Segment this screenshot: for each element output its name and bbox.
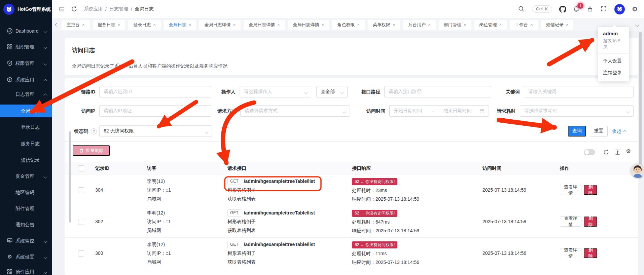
row-checkbox[interactable]	[78, 187, 84, 193]
lock-icon[interactable]	[587, 6, 594, 12]
close-icon[interactable]: ×	[530, 22, 533, 27]
close-icon[interactable]: ×	[153, 22, 156, 27]
fullscreen-icon[interactable]	[601, 6, 607, 12]
sidebar-item-attachments[interactable]: 附件管理	[0, 202, 52, 215]
user-dropdown-menu: admin 超级管理员 个人设置 注销登录	[598, 27, 629, 81]
tab-console[interactable]: 主控台×	[62, 20, 90, 30]
close-icon[interactable]: ×	[189, 22, 191, 27]
tab-admin-users[interactable]: 后台用户×	[403, 20, 436, 30]
tab-post-management[interactable]: 岗位管理×	[474, 20, 507, 30]
breadcrumb-item[interactable]: 系统应用	[84, 6, 103, 12]
menu-item-logout[interactable]: 注销登录	[598, 67, 629, 79]
sidebar-item-system-monitor[interactable]: 系统监控	[0, 234, 52, 247]
reset-button[interactable]: 重置	[590, 126, 608, 136]
reload-icon[interactable]	[71, 6, 78, 12]
method-select[interactable]: 请选择请求方式	[240, 105, 350, 117]
sidebar-item-log-management[interactable]: 日志管理	[0, 87, 52, 101]
tab-global-log-detail-2[interactable]: 全局日志详情×	[244, 20, 285, 30]
assistant-avatar[interactable]	[631, 164, 644, 178]
visit-time-range-picker[interactable]: 开始日期时间 → 结束日期时间	[389, 105, 489, 117]
response-cell: 62 → 你没有访问权限! 处理耗时：11ms响应时间：2025-07-13 1…	[352, 240, 419, 267]
user-avatar[interactable]	[614, 4, 625, 14]
duration-select[interactable]: 请选择请求耗时	[520, 105, 634, 117]
sidebar-item-notices[interactable]: 通知公告	[0, 218, 52, 231]
close-icon[interactable]: ×	[464, 22, 466, 27]
visitor-cell: 李明(12)访问IP：::1局域网	[147, 208, 171, 235]
trace-id-label: 链路ID	[67, 86, 95, 97]
close-icon[interactable]: ×	[357, 22, 360, 27]
query-button[interactable]: 查询	[568, 126, 586, 136]
tab-global-log[interactable]: 全局日志×	[164, 20, 196, 30]
app-logo[interactable]: HotGo管理系统	[0, 0, 52, 18]
visit-ip-input[interactable]: 请输入IP地址	[99, 105, 211, 117]
delete-button[interactable]: 删除	[584, 185, 597, 195]
sidebar-item-global-log[interactable]: 全局日志	[0, 105, 52, 117]
view-detail-button[interactable]: 查看详情	[560, 217, 581, 227]
close-icon[interactable]: ×	[322, 22, 324, 27]
row-checkbox[interactable]	[78, 250, 84, 257]
view-detail-button[interactable]: 查看详情	[560, 185, 581, 195]
tab-menu-permissions[interactable]: 菜单权限×	[368, 20, 400, 30]
left-scrollbar-thumb[interactable]	[69, 131, 71, 223]
sidebar-item-fund-management[interactable]: 资金管理	[0, 169, 52, 183]
help-icon[interactable]: ?	[91, 128, 97, 134]
sidebar-item-dashboard[interactable]: Dashboard	[0, 24, 52, 38]
page-description: 全局访问日志记录了系统中后台人员和客户端的操作记录以及服务响应情况	[72, 63, 227, 69]
tab-department-management[interactable]: 部门管理×	[439, 20, 471, 30]
tabs-dropdown-icon[interactable]	[635, 23, 639, 27]
tab-global-log-detail-3[interactable]: 全局日志详情×	[288, 20, 329, 30]
right-scrollbar-thumb[interactable]	[639, 32, 642, 179]
close-icon[interactable]: ×	[233, 22, 236, 27]
status-code-select[interactable]: 62 无访问权限	[99, 125, 212, 137]
view-detail-button[interactable]: 查看详情	[560, 248, 581, 258]
close-icon[interactable]: ×	[82, 22, 85, 27]
notifications-button[interactable]: 1	[573, 6, 580, 12]
striped-toggle[interactable]	[584, 149, 595, 155]
search-icon[interactable]	[518, 6, 525, 12]
keyword-input[interactable]: 请输入关键词	[524, 86, 634, 97]
close-icon[interactable]: ×	[428, 22, 431, 27]
select-all-checkbox[interactable]	[78, 165, 84, 171]
tab-sms-records[interactable]: 短信记录×	[541, 20, 574, 30]
sidebar-item-system-apps[interactable]: 系统应用	[0, 73, 52, 86]
github-icon[interactable]	[559, 6, 566, 12]
refresh-icon[interactable]	[603, 149, 609, 155]
tab-role-permissions[interactable]: 角色权限×	[332, 20, 365, 30]
sidebar-item-sms-records[interactable]: 短信记录	[0, 153, 52, 167]
api-path-input[interactable]: 请输入接口路径	[384, 86, 491, 97]
batch-delete-button[interactable]: 批量删除	[73, 145, 110, 156]
sidebar-item-system-settings[interactable]: ⚙ 系统设置	[0, 250, 52, 264]
delete-button[interactable]: 删除	[584, 248, 597, 258]
collapse-link[interactable]: 收起	[612, 126, 626, 136]
tab-login-log[interactable]: 登录日志×	[128, 20, 161, 30]
settings-gear-icon[interactable]: ⚙	[632, 6, 638, 12]
operator-scope-select[interactable]: 查全部	[316, 86, 348, 97]
close-icon[interactable]: ×	[499, 22, 502, 27]
tabs-scroll-left-icon[interactable]	[55, 23, 59, 27]
sidebar-item-organization[interactable]: 组织管理	[0, 40, 52, 53]
chevron-down-icon	[43, 255, 47, 259]
sidebar-item-permissions[interactable]: 权限管理	[0, 56, 52, 70]
shortcut-hint[interactable]: Ctrl K	[532, 5, 552, 13]
sidebar-item-region-code[interactable]: 地区编码	[0, 186, 52, 199]
table-settings-gear-icon[interactable]: ⚙	[626, 148, 632, 154]
menu-item-profile-settings[interactable]: 个人设置	[598, 55, 629, 67]
trace-id-input[interactable]: 请输入链路ID	[99, 86, 211, 97]
tab-global-log-detail-1[interactable]: 全局日志详情×	[199, 20, 241, 30]
close-icon[interactable]: ×	[277, 22, 280, 27]
sidebar-item-service-log[interactable]: 服务日志	[0, 137, 52, 150]
delete-button[interactable]: 删除	[584, 217, 597, 227]
tab-service-log[interactable]: 服务日志×	[93, 20, 126, 30]
tab-workbench[interactable]: 工作台×	[510, 20, 538, 30]
sidebar-item-login-log[interactable]: 登录日志	[0, 120, 52, 134]
close-icon[interactable]: ×	[393, 22, 395, 27]
close-icon[interactable]: ×	[118, 22, 120, 27]
operator-select[interactable]: 请选择操作人	[240, 86, 311, 97]
menu-collapse-icon[interactable]	[58, 6, 65, 12]
breadcrumb-item[interactable]: 日志管理	[109, 6, 128, 12]
row-checkbox[interactable]	[78, 219, 84, 225]
density-icon[interactable]	[614, 149, 621, 155]
chevron-down-icon	[304, 90, 308, 94]
sidebar-item-plugins[interactable]: 插件应用	[0, 265, 52, 275]
close-icon[interactable]: ×	[566, 22, 569, 27]
